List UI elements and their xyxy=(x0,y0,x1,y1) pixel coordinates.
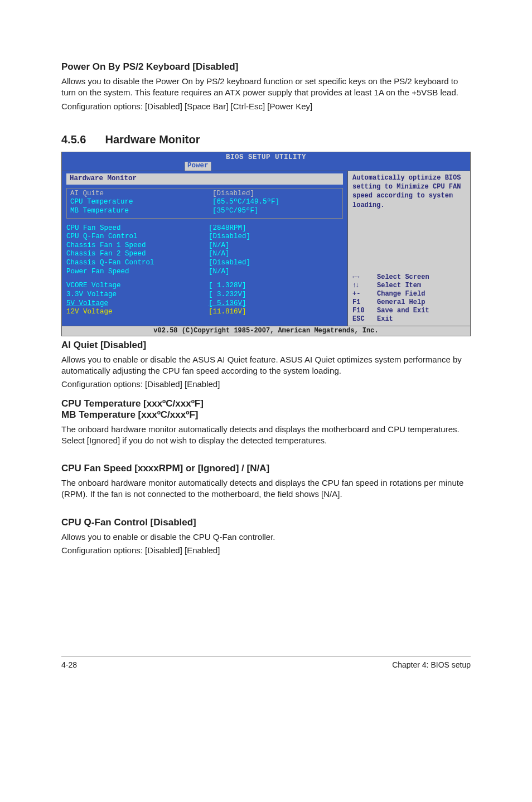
opt-label[interactable]: Chassis Q-Fan Control xyxy=(66,259,209,268)
body-text: Allows you to disable the Power On by PS… xyxy=(61,76,471,99)
opt-label[interactable]: Chassis Fan 2 Speed xyxy=(66,250,209,259)
nav-text: Change Field xyxy=(377,290,425,298)
opt-value[interactable]: [ 3.232V] xyxy=(209,291,246,299)
page-footer: 4-28 Chapter 4: BIOS setup xyxy=(61,656,471,669)
nav-text: General Help xyxy=(377,298,425,307)
body-text: Configuration options: [Disabled] [Enabl… xyxy=(61,379,471,390)
opt-label[interactable]: CPU Temperature xyxy=(70,198,212,207)
numbered-heading: 4.5.6 Hardware Monitor xyxy=(61,133,471,146)
bios-footer: v02.58 (C)Copyright 1985-2007, American … xyxy=(61,326,471,336)
chapter-label: Chapter 4: BIOS setup xyxy=(392,660,471,669)
page-number: 4-28 xyxy=(61,660,77,669)
section-heading: Power On By PS/2 Keyboard [Disabled] xyxy=(61,61,471,73)
heading-number: 4.5.6 xyxy=(61,133,86,146)
section-heading: AI Quiet [Disabled] xyxy=(61,340,471,351)
nav-hints: ←→Select Screen ↑↓Select Item +-Change F… xyxy=(352,273,466,323)
opt-label[interactable]: 3.3V Voltage xyxy=(66,291,209,299)
opt-value[interactable]: [N/A] xyxy=(209,250,230,259)
nav-text: Select Screen xyxy=(377,273,429,282)
key-f10: F10 xyxy=(352,307,377,315)
opt-label[interactable]: Chassis Fan 1 Speed xyxy=(66,241,209,250)
nav-text: Exit xyxy=(377,315,393,323)
bios-setup-utility: BIOS SETUP UTILITY Power Hardware Monito… xyxy=(61,152,471,336)
opt-value[interactable]: [35ºC/95ºF] xyxy=(212,207,259,216)
key-esc: ESC xyxy=(352,315,377,323)
opt-value[interactable]: [N/A] xyxy=(209,241,230,250)
key-plus-minus-icon: +- xyxy=(352,290,377,298)
panel-title: Hardware Monitor xyxy=(66,173,343,185)
section-heading: MB Temperature [xxxºC/xxxºF] xyxy=(61,409,471,421)
key-left-right-icon: ←→ xyxy=(352,273,377,282)
heading-title: Hardware Monitor xyxy=(105,133,200,146)
section-heading: CPU Temperature [xxxºC/xxxºF] xyxy=(61,398,471,409)
opt-value[interactable]: [2848RPM] xyxy=(209,224,246,233)
tab-power[interactable]: Power xyxy=(185,162,211,171)
opt-value[interactable]: [Disabled] xyxy=(212,190,254,199)
section-heading: CPU Q-Fan Control [Disabled] xyxy=(61,517,471,528)
opt-label[interactable]: VCORE Voltage xyxy=(66,282,209,291)
nav-text: Select Item xyxy=(377,282,421,290)
section-heading: CPU Fan Speed [xxxxRPM] or [Ignored] / [… xyxy=(61,463,471,474)
opt-value[interactable]: [ 1.328V] xyxy=(209,282,246,291)
opt-label[interactable]: Power Fan Speed xyxy=(66,268,209,277)
body-text: The onboard hardware monitor automatical… xyxy=(61,477,471,500)
opt-label[interactable]: 12V Voltage xyxy=(66,308,209,317)
body-text: Allows you to enable or disable the CPU … xyxy=(61,532,471,543)
key-up-down-icon: ↑↓ xyxy=(352,282,377,290)
opt-value[interactable]: [65.5ºC/149.5ºF] xyxy=(212,198,279,207)
opt-label[interactable]: 5V Voltage xyxy=(66,299,209,308)
key-f1: F1 xyxy=(352,298,377,307)
nav-text: Save and Exit xyxy=(377,307,429,315)
opt-label[interactable]: CPU Q-Fan Control xyxy=(66,233,209,241)
help-text: Automatically optimize BIOS setting to M… xyxy=(352,173,466,210)
opt-label[interactable]: AI Quite xyxy=(70,190,212,199)
opt-label[interactable]: MB Temperature xyxy=(70,207,212,216)
opt-value[interactable]: [Disabled] xyxy=(209,259,250,268)
opt-value[interactable]: [N/A] xyxy=(209,268,230,277)
opt-value[interactable]: [Disabled] xyxy=(209,233,250,241)
opt-value[interactable]: [11.816V] xyxy=(209,308,246,317)
opt-label[interactable]: CPU Fan Speed xyxy=(66,224,209,233)
body-text: Configuration options: [Disabled] [Space… xyxy=(61,101,471,112)
body-text: The onboard hardware monitor automatical… xyxy=(61,424,471,447)
opt-value[interactable]: [ 5.136V] xyxy=(209,299,246,308)
body-text: Configuration options: [Disabled] [Enabl… xyxy=(61,545,471,556)
body-text: Allows you to enable or disable the ASUS… xyxy=(61,354,471,377)
bios-title: BIOS SETUP UTILITY xyxy=(62,152,470,162)
selected-options-box: AI Quite[Disabled] CPU Temperature[65.5º… xyxy=(66,188,343,219)
